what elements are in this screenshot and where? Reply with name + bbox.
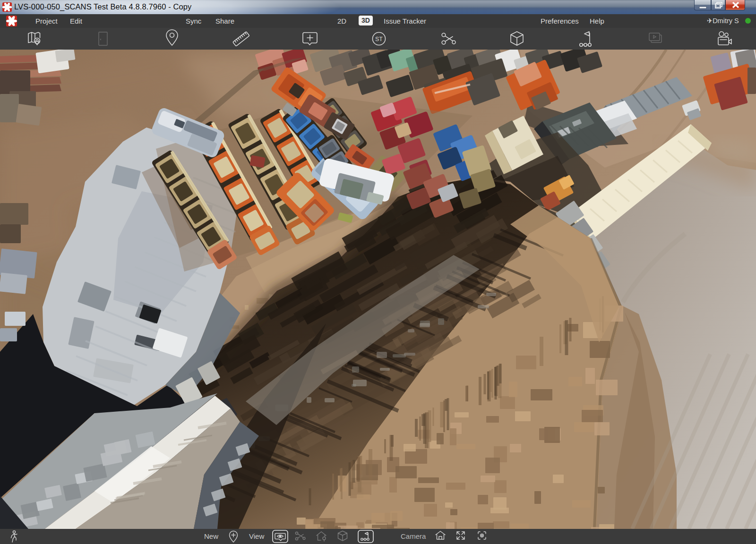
svg-text:ST: ST bbox=[375, 36, 383, 42]
